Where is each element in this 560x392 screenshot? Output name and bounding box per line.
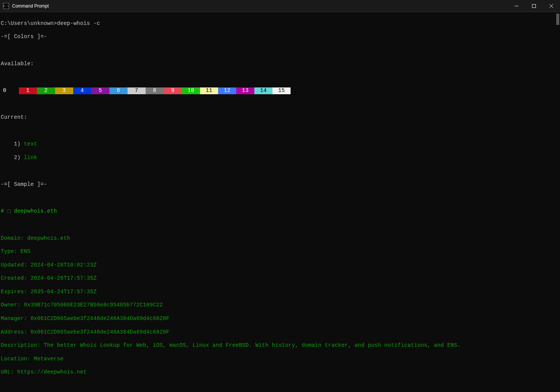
color-swatch-3: 3 xyxy=(55,87,73,94)
sample-line: Type: ENS xyxy=(1,248,559,255)
color-swatch-7: 7 xyxy=(128,87,146,94)
color-swatch-2: 2 xyxy=(37,87,55,94)
color-swatch-13: 13 xyxy=(236,87,254,94)
sample-line: Created: 2024-04-26T17:57:35Z xyxy=(1,275,559,282)
maximize-button[interactable] xyxy=(525,0,543,12)
terminal-output[interactable]: C:\Users\unknown>deep-whois -c -=[ Color… xyxy=(0,12,560,392)
color-swatch-1: 1 xyxy=(19,87,37,94)
sample-line: Location: Metaverse xyxy=(1,356,559,363)
current-link-value: link xyxy=(24,155,37,161)
sample-line: Updated: 2024-04-28T10:02:23Z xyxy=(1,262,559,269)
sample-title: # ⬚ deepwhois.eth xyxy=(1,208,559,215)
color-swatch-4: 4 xyxy=(73,87,91,94)
sample-line: Domain: deepwhois.eth xyxy=(1,235,559,242)
cmd-icon: C:\ xyxy=(3,3,9,9)
section-header: -=[ Sample ]=- xyxy=(1,181,559,188)
sample-line: Manager: 0x061C2D865aebe3f2448de246A384D… xyxy=(1,315,559,322)
color-swatch-9: 9 xyxy=(164,87,182,94)
current-item: 1) text xyxy=(1,141,559,148)
available-label: Available: xyxy=(1,61,559,67)
color-swatch-14: 14 xyxy=(254,87,272,94)
color-swatch-row: 0123456789101112131415 xyxy=(1,87,559,94)
minimize-button[interactable] xyxy=(508,0,525,12)
prompt-line: C:\Users\unknown>deep-whois -c xyxy=(1,20,559,27)
section-header: -=[ Colors ]=- xyxy=(1,34,559,40)
sample-line: URL: https://deepwhois.net xyxy=(1,369,559,376)
command-text: deep-whois -c xyxy=(57,20,100,26)
window-controls xyxy=(508,0,560,12)
sample-line: Expires: 2035-04-24T17:57:35Z xyxy=(1,289,559,296)
sample-line: Address: 0x061C2D865aebe3f2448de246A384D… xyxy=(1,329,559,336)
sample-line: Owner: 0x39B71c705066E23E27B58e8c95405b7… xyxy=(1,302,559,309)
svg-rect-1 xyxy=(532,5,536,8)
sample-line: Description: The better Whois Lookup for… xyxy=(1,342,559,349)
color-swatch-15: 15 xyxy=(272,87,291,94)
color-swatch-6: 6 xyxy=(109,87,128,94)
color-swatch-12: 12 xyxy=(218,87,236,94)
window-title: Command Prompt xyxy=(12,3,49,9)
prompt: C:\Users\unknown> xyxy=(1,20,57,26)
current-item: 2) link xyxy=(1,155,559,161)
color-swatch-10: 10 xyxy=(182,87,200,94)
current-text-value: text xyxy=(24,141,37,147)
close-button[interactable] xyxy=(543,0,560,12)
current-label: Current: xyxy=(1,114,559,121)
color-swatch-0: 0 xyxy=(1,87,19,94)
window-titlebar: C:\ Command Prompt xyxy=(0,0,560,12)
color-swatch-8: 8 xyxy=(146,87,164,94)
color-swatch-5: 5 xyxy=(91,87,109,94)
color-swatch-11: 11 xyxy=(200,87,218,94)
